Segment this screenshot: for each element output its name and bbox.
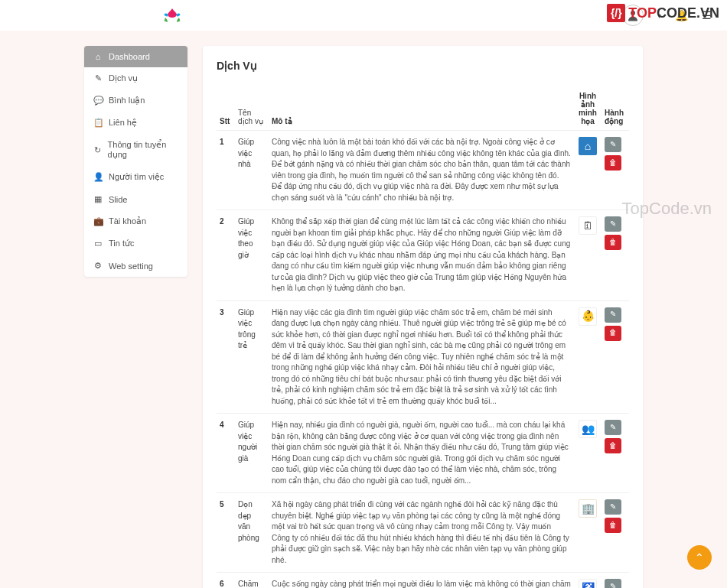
edit-button[interactable]: ✎ xyxy=(605,307,621,323)
cell-actions: ✎🗑 xyxy=(601,210,629,301)
sidebar-icon: 💬 xyxy=(93,96,103,106)
th-desc: Mô tả xyxy=(269,87,574,131)
delete-button[interactable]: 🗑 xyxy=(605,235,621,250)
th-act: Hành động xyxy=(601,87,629,131)
cell-thumb: 👥 xyxy=(574,414,601,493)
sidebar-label: Người tìm việc xyxy=(109,172,164,182)
thumb-icon: 🗓 xyxy=(579,216,597,235)
header: ▾ 🔔 ☰ {/} TOPCODE.VN xyxy=(0,0,727,31)
page-title: Dịch Vụ xyxy=(217,60,629,72)
table-row: 6Chăm sóc người bệnhCuộc sống ngày càng … xyxy=(217,573,629,589)
thumb-icon: ♿ xyxy=(579,579,597,588)
sidebar-icon: ▭ xyxy=(93,239,103,249)
sidebar-icon: ▦ xyxy=(93,194,103,204)
sidebar-label: Bình luận xyxy=(109,96,145,106)
cell-actions: ✎🗑 xyxy=(601,414,629,493)
table-row: 2Giúp việc theo giờKhông thể sắp xếp thờ… xyxy=(217,210,629,301)
sidebar-label: Web setting xyxy=(109,262,153,271)
sidebar-item-3[interactable]: 📋Liên hệ xyxy=(84,112,187,134)
cell-stt: 4 xyxy=(217,414,235,493)
sidebar-item-5[interactable]: 👤Người tìm việc xyxy=(84,166,187,188)
edit-button[interactable]: ✎ xyxy=(605,216,621,232)
cell-name: Chăm sóc người bệnh xyxy=(235,573,269,589)
cell-name: Giúp việc nhà xyxy=(235,131,269,210)
sidebar: ⌂Dashboard✎Dịch vụ💬Bình luận📋Liên hệ↻Thô… xyxy=(84,46,187,277)
cell-stt: 5 xyxy=(217,493,235,573)
delete-button[interactable]: 🗑 xyxy=(605,438,621,453)
sidebar-icon: ✎ xyxy=(93,73,103,83)
edit-button[interactable]: ✎ xyxy=(605,579,621,588)
brand-logo xyxy=(161,4,184,27)
sidebar-item-7[interactable]: 💼Tài khoản xyxy=(84,210,187,232)
cell-desc: Hiện nay, nhiều gia đình có người già, n… xyxy=(269,414,574,493)
thumb-icon: 🏢 xyxy=(579,499,597,518)
sidebar-label: Tin tức xyxy=(109,239,135,249)
thumb-icon: 👥 xyxy=(579,420,597,438)
cell-desc: Công việc nhà luôn là một bài toán khó đ… xyxy=(269,131,574,210)
sidebar-label: Liên hệ xyxy=(109,118,137,128)
thumb-icon: 👶 xyxy=(579,307,597,326)
delete-button[interactable]: 🗑 xyxy=(605,326,621,341)
sidebar-label: Dashboard xyxy=(109,52,150,61)
cell-thumb: ⌂ xyxy=(574,131,601,210)
sidebar-icon: 📋 xyxy=(93,118,103,128)
cell-stt: 2 xyxy=(217,210,235,301)
edit-button[interactable]: ✎ xyxy=(605,137,621,152)
main-panel: Dịch Vụ Stt Tên dịch vụ Mô tả Hình ảnh m… xyxy=(203,46,643,588)
th-img: Hình ảnh minh họa xyxy=(574,87,601,131)
sidebar-icon: 👤 xyxy=(93,172,103,182)
sidebar-icon: ⚙ xyxy=(93,261,103,271)
cell-desc: Không thể sắp xếp thời gian để cùng một … xyxy=(269,210,574,301)
sidebar-label: Thông tin tuyển dụng xyxy=(108,140,178,160)
sidebar-item-0[interactable]: ⌂Dashboard xyxy=(84,46,187,67)
cell-stt: 1 xyxy=(217,131,235,210)
services-table: Stt Tên dịch vụ Mô tả Hình ảnh minh họa … xyxy=(217,87,629,588)
cell-desc: Xã hội ngày càng phát triển đi cùng với … xyxy=(269,493,574,573)
cell-name: Dọn dẹp văn phòng xyxy=(235,493,269,573)
cell-thumb: 👶 xyxy=(574,300,601,414)
cell-name: Giúp việc theo giờ xyxy=(235,210,269,301)
sidebar-icon: ↻ xyxy=(93,145,102,155)
cell-actions: ✎🗑 xyxy=(601,300,629,414)
table-row: 1Giúp việc nhàCông việc nhà luôn là một … xyxy=(217,131,629,210)
sidebar-item-4[interactable]: ↻Thông tin tuyển dụng xyxy=(84,134,187,166)
scroll-top-button[interactable]: ⌃ xyxy=(687,545,712,570)
cell-stt: 6 xyxy=(217,573,235,589)
table-row: 4Giúp việc người giàHiện nay, nhiều gia … xyxy=(217,414,629,493)
edit-button[interactable]: ✎ xyxy=(605,420,621,435)
thumb-icon: ⌂ xyxy=(579,137,597,155)
table-row: 5Dọn dẹp văn phòngXã hội ngày càng phát … xyxy=(217,493,629,573)
sidebar-item-8[interactable]: ▭Tin tức xyxy=(84,232,187,255)
cell-thumb: 🗓 xyxy=(574,210,601,301)
th-stt: Stt xyxy=(217,87,235,131)
cell-actions: ✎🗑 xyxy=(601,131,629,210)
sidebar-icon: ⌂ xyxy=(93,52,103,61)
sidebar-item-2[interactable]: 💬Bình luận xyxy=(84,89,187,112)
table-row: 3Giúp việc trông trẻHiện nay việc các gi… xyxy=(217,300,629,414)
watermark-topcode: {/} TOPCODE.VN xyxy=(607,4,719,22)
delete-button[interactable]: 🗑 xyxy=(605,155,621,171)
sidebar-label: Slide xyxy=(109,195,127,204)
cell-actions: ✎🗑 xyxy=(601,573,629,589)
sidebar-item-9[interactable]: ⚙Web setting xyxy=(84,255,187,277)
cell-stt: 3 xyxy=(217,300,235,414)
sidebar-icon: 💼 xyxy=(93,216,103,226)
cell-thumb: ♿ xyxy=(574,573,601,589)
cell-actions: ✎🗑 xyxy=(601,493,629,573)
sidebar-label: Tài khoản xyxy=(109,216,146,226)
cell-thumb: 🏢 xyxy=(574,493,601,573)
th-name: Tên dịch vụ xyxy=(235,87,269,131)
sidebar-item-1[interactable]: ✎Dịch vụ xyxy=(84,67,187,89)
sidebar-label: Dịch vụ xyxy=(109,73,138,83)
cell-name: Giúp việc người già xyxy=(235,414,269,493)
edit-button[interactable]: ✎ xyxy=(605,499,621,515)
cell-name: Giúp việc trông trẻ xyxy=(235,300,269,414)
delete-button[interactable]: 🗑 xyxy=(605,518,621,533)
topcode-logo-icon: {/} xyxy=(607,4,625,22)
sidebar-item-6[interactable]: ▦Slide xyxy=(84,188,187,210)
cell-desc: Hiện nay việc các gia đình tìm người giú… xyxy=(269,300,574,414)
cell-desc: Cuộc sống ngày càng phát triển mọi người… xyxy=(269,573,574,589)
